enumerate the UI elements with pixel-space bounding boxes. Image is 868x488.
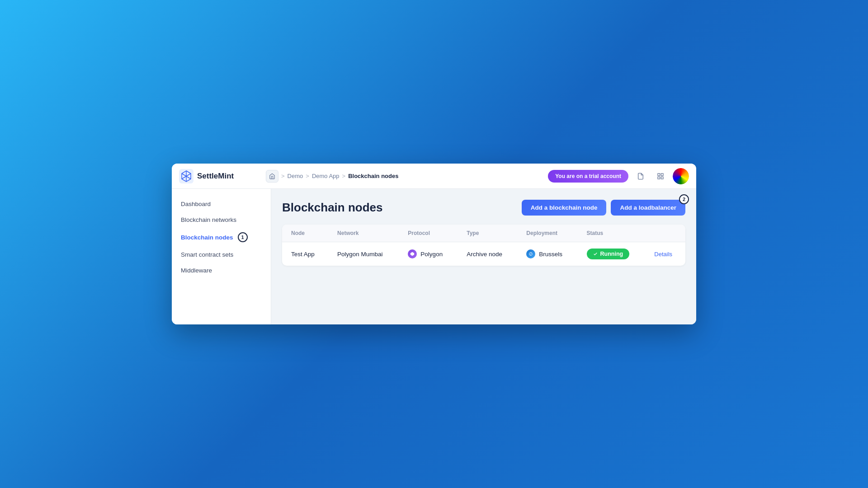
svg-rect-2 [661, 174, 663, 176]
check-icon [593, 252, 598, 256]
sidebar-item-middleware[interactable]: Middleware [172, 263, 271, 278]
breadcrumb: > Demo > Demo App > Blockchain nodes [266, 170, 542, 183]
logo-icon [179, 169, 193, 183]
trial-badge[interactable]: You are on a trial account [548, 170, 628, 183]
add-blockchain-node-button[interactable]: Add a blockchain node [522, 200, 607, 216]
top-bar: SettleMint > Demo > Demo App > Blockchai… [172, 164, 696, 189]
deployment-label: Brussels [539, 251, 562, 258]
protocol-cell: Polygon [408, 249, 448, 258]
sidebar-item-blockchain-networks[interactable]: Blockchain networks [172, 212, 271, 228]
breadcrumb-demo-app[interactable]: Demo App [312, 173, 340, 179]
svg-rect-3 [658, 177, 660, 179]
breadcrumb-demo[interactable]: Demo [288, 173, 303, 179]
breadcrumb-current: Blockchain nodes [348, 173, 398, 179]
col-protocol: Protocol [399, 225, 458, 242]
breadcrumb-sep-1: > [281, 173, 285, 179]
main-layout: Dashboard Blockchain networks Blockchain… [172, 189, 696, 324]
col-deployment: Deployment [517, 225, 577, 242]
status-label: Running [600, 251, 623, 257]
sidebar-label-blockchain-networks: Blockchain networks [181, 216, 236, 223]
page-header: Blockchain nodes Add a blockchain node A… [282, 200, 685, 216]
details-link[interactable]: Details [654, 251, 672, 258]
document-icon [637, 173, 644, 180]
grid-icon-button[interactable] [653, 169, 668, 184]
table-header: Node Network Protocol Type Deployment St… [282, 225, 685, 242]
table-row: Test App Polygon Mumbai Polygon [282, 242, 685, 266]
col-node: Node [282, 225, 328, 242]
header-actions: Add a blockchain node Add a loadbalancer… [522, 200, 685, 216]
cell-network: Polygon Mumbai [328, 242, 399, 266]
document-icon-button[interactable] [633, 169, 648, 184]
top-bar-actions: You are on a trial account [548, 168, 689, 184]
add-loadbalancer-button[interactable]: Add a loadbalancer [611, 200, 685, 216]
grid-icon [657, 173, 664, 180]
page-title: Blockchain nodes [282, 201, 383, 215]
svg-rect-4 [661, 177, 663, 179]
protocol-label: Polygon [420, 251, 443, 258]
sidebar-badge-blockchain-nodes: 1 [238, 232, 248, 242]
sidebar-label-middleware: Middleware [181, 267, 212, 274]
sidebar-label-dashboard: Dashboard [181, 201, 211, 207]
breadcrumb-sep-3: > [342, 173, 346, 179]
brussels-icon [526, 249, 535, 258]
cell-deployment: Brussels [517, 242, 577, 266]
content-area: Blockchain nodes Add a blockchain node A… [271, 189, 696, 324]
col-status: Status [578, 225, 646, 242]
deployment-cell: Brussels [526, 249, 568, 258]
sidebar-item-smart-contract-sets[interactable]: Smart contract sets [172, 247, 271, 263]
cell-node: Test App [282, 242, 328, 266]
add-loadbalancer-wrapper: Add a loadbalancer 2 [611, 200, 685, 216]
cell-status: Running [578, 242, 646, 266]
cell-type: Archive node [458, 242, 517, 266]
svg-marker-5 [410, 252, 414, 256]
polygon-icon [408, 249, 417, 258]
sidebar-item-dashboard[interactable]: Dashboard [172, 196, 271, 212]
cell-action: Details [645, 242, 685, 266]
app-window: SettleMint > Demo > Demo App > Blockchai… [172, 164, 696, 324]
svg-rect-1 [658, 174, 660, 176]
sidebar-label-blockchain-nodes: Blockchain nodes [181, 234, 233, 241]
sidebar: Dashboard Blockchain networks Blockchain… [172, 189, 271, 324]
table-body: Test App Polygon Mumbai Polygon [282, 242, 685, 266]
sidebar-item-blockchain-nodes[interactable]: Blockchain nodes 1 [172, 228, 271, 247]
col-action [645, 225, 685, 242]
loadbalancer-step-badge: 2 [679, 194, 689, 204]
cell-protocol: Polygon [399, 242, 458, 266]
breadcrumb-sep-2: > [306, 173, 309, 179]
user-avatar [673, 168, 689, 184]
home-icon[interactable] [266, 170, 278, 183]
col-type: Type [458, 225, 517, 242]
status-badge: Running [587, 249, 630, 259]
table-header-row: Node Network Protocol Type Deployment St… [282, 225, 685, 242]
table-container: Node Network Protocol Type Deployment St… [282, 225, 685, 266]
logo-text: SettleMint [197, 172, 234, 181]
blockchain-nodes-table: Node Network Protocol Type Deployment St… [282, 225, 685, 266]
logo-area: SettleMint [179, 169, 260, 183]
col-network: Network [328, 225, 399, 242]
user-avatar-button[interactable] [673, 168, 689, 184]
sidebar-label-smart-contract-sets: Smart contract sets [181, 251, 233, 258]
